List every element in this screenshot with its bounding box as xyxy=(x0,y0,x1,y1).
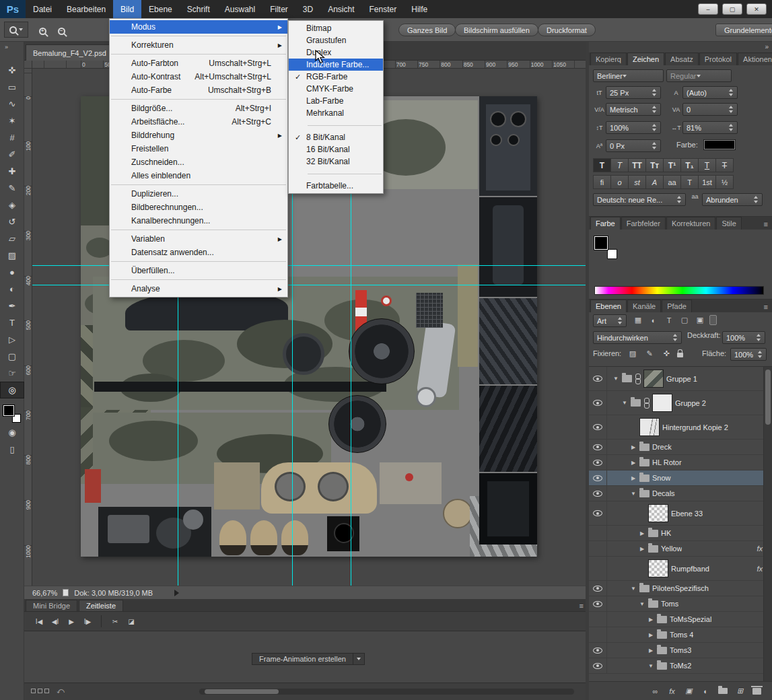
layer-content[interactable]: ▶ Dreck xyxy=(607,440,772,454)
disclosure-arrow-icon[interactable]: ▼ xyxy=(647,663,654,669)
zoom-tool[interactable]: ◎ xyxy=(0,382,24,398)
layer-content[interactable]: Hintergrund Kopie 2 xyxy=(607,415,772,439)
status-flyout-arrow[interactable] xyxy=(174,590,179,596)
layer-thumbnail[interactable] xyxy=(652,394,672,412)
menubar-item[interactable]: Auswahl xyxy=(217,0,262,18)
menu-item[interactable] xyxy=(110,97,287,102)
layer-content[interactable]: ▶ ToMsSpezial xyxy=(607,612,772,627)
layer-name[interactable]: Toms xyxy=(661,600,678,608)
filter-smart-object-icon[interactable]: ▣ xyxy=(694,314,706,326)
layer-content[interactable]: ▼ Gruppe 2 xyxy=(607,391,772,415)
layer-content[interactable]: ▶ Yellow fx xyxy=(607,541,772,556)
layer-content[interactable]: ▼ Gruppe 1 xyxy=(607,367,772,390)
ruler-origin-corner[interactable] xyxy=(24,61,32,69)
menu-item[interactable] xyxy=(289,119,383,131)
layer-content[interactable]: ▼ Toms xyxy=(607,596,772,611)
visibility-toggle[interactable] xyxy=(589,415,607,439)
opentype-button[interactable]: T xyxy=(680,175,699,189)
menu-item[interactable]: Überfüllen... xyxy=(110,264,287,277)
layer-row[interactable]: ▶ Toms3 xyxy=(589,643,772,658)
layer-name[interactable]: HL Rotor xyxy=(652,458,682,466)
active-tool-preview[interactable] xyxy=(4,22,28,38)
disclosure-arrow-icon[interactable]: ▶ xyxy=(647,617,654,623)
spinner-icon[interactable] xyxy=(729,124,734,131)
minimize-button[interactable]: – xyxy=(698,3,718,15)
spinner-icon[interactable] xyxy=(677,196,682,203)
scrollbar-thumb[interactable] xyxy=(205,689,279,694)
panel-tab[interactable]: Zeichen xyxy=(627,53,664,65)
disclosure-arrow-icon[interactable]: ▼ xyxy=(630,491,637,497)
layer-mask-icon[interactable]: ▣ xyxy=(685,687,693,695)
vertical-ruler[interactable]: 01002003004005006007008009001000 xyxy=(24,69,32,586)
quick-selection-tool[interactable]: ✶ xyxy=(0,112,24,129)
kerning-field[interactable]: Metrisch xyxy=(606,103,661,116)
lock-pixels-icon[interactable]: ✎ xyxy=(643,348,656,359)
menu-item[interactable]: ✓ RGB-Farbe xyxy=(289,71,383,83)
menu-item[interactable]: Arbeitsfläche... Alt+Strg+C xyxy=(110,115,287,129)
spinner-icon[interactable] xyxy=(729,89,734,96)
menubar-item[interactable]: Bild xyxy=(113,0,141,18)
vertical-scale-field[interactable]: 100% xyxy=(606,121,661,134)
spinner-icon[interactable] xyxy=(618,317,623,324)
filter-pixel-icon[interactable]: ▦ xyxy=(632,314,644,326)
layer-name[interactable]: Gruppe 2 xyxy=(675,399,706,407)
timeline-zoom-icons[interactable] xyxy=(31,689,49,693)
panel-tab[interactable]: Kopierq xyxy=(590,53,627,65)
menu-item[interactable]: Zuschneiden... xyxy=(110,155,287,169)
menu-item[interactable] xyxy=(110,34,287,38)
menubar-item[interactable]: Schrift xyxy=(180,0,217,18)
timeline-scrollbar[interactable] xyxy=(199,689,574,695)
new-group-icon[interactable] xyxy=(718,688,728,694)
panel-tab[interactable]: Farbfelder xyxy=(621,217,666,230)
layer-row[interactable]: ▶ Yellow fx xyxy=(589,541,772,557)
panel-tab[interactable]: Farbe xyxy=(590,217,621,230)
menubar-item[interactable]: Filter xyxy=(262,0,295,18)
layer-name[interactable]: Decals xyxy=(652,489,675,497)
healing-brush-tool[interactable]: ✚ xyxy=(0,163,24,180)
text-style-button[interactable]: T xyxy=(715,158,734,172)
text-style-button[interactable]: T xyxy=(698,158,716,172)
layer-content[interactable]: ▶ Toms 4 xyxy=(607,627,772,642)
horizontal-scale-field[interactable]: 81% xyxy=(682,121,738,134)
visibility-toggle[interactable] xyxy=(589,541,607,556)
language-select[interactable]: Deutsch: neue Re... xyxy=(593,193,686,206)
menubar-item[interactable]: Hilfe xyxy=(404,0,435,18)
new-layer-icon[interactable]: ⊞ xyxy=(736,687,744,695)
move-tool[interactable]: ✜ xyxy=(0,62,24,79)
disclosure-arrow-icon[interactable]: ▼ xyxy=(612,376,619,382)
layer-content[interactable]: Ebene 33 xyxy=(607,501,772,525)
layer-row[interactable]: Hintergrund Kopie 2 xyxy=(589,415,772,440)
layer-content[interactable]: ▼ Decals xyxy=(607,486,772,501)
visibility-toggle[interactable] xyxy=(589,440,607,454)
panel-tab[interactable]: Korrekturen xyxy=(666,217,715,230)
return-arrow-icon[interactable]: ⤺ xyxy=(57,687,65,695)
filter-type-icon[interactable]: T xyxy=(663,314,675,326)
toolbar-collapse-chevron[interactable]: » xyxy=(0,42,24,53)
visibility-toggle[interactable] xyxy=(589,501,607,525)
menu-item[interactable]: Auto-Kontrast Alt+Umschalt+Strg+L xyxy=(110,70,287,83)
layer-name[interactable]: HK xyxy=(661,529,671,537)
menu-item[interactable]: Alles einblenden xyxy=(110,169,287,182)
layer-thumbnail[interactable] xyxy=(639,418,660,436)
text-style-button[interactable]: T₁ xyxy=(680,158,699,172)
delete-layer-icon[interactable] xyxy=(752,688,761,695)
panel-tab[interactable]: Ebenen xyxy=(590,300,627,312)
visibility-toggle[interactable] xyxy=(589,627,607,642)
lock-position-icon[interactable]: ✜ xyxy=(660,348,672,359)
layer-content[interactable]: ▶ HL Rotor xyxy=(607,455,772,470)
layer-row[interactable]: Rumpfband fx xyxy=(589,557,772,581)
type-tool[interactable]: T xyxy=(0,314,24,331)
layer-name[interactable]: Toms 4 xyxy=(670,631,693,639)
anti-alias-select[interactable]: Abrunden xyxy=(702,193,763,206)
menu-item[interactable]: ✓ 8 Bit/Kanal xyxy=(289,131,383,143)
timeline-tab[interactable]: Mini Bridge xyxy=(26,600,77,611)
lasso-tool[interactable]: ∿ xyxy=(0,96,24,112)
layer-name[interactable]: Hintergrund Kopie 2 xyxy=(662,423,728,431)
color-spectrum-ramp[interactable] xyxy=(594,286,764,295)
text-color-swatch[interactable] xyxy=(703,139,736,150)
layer-row[interactable]: ▶ HL Rotor xyxy=(589,455,772,470)
text-style-button[interactable]: TT xyxy=(628,158,646,172)
menu-item[interactable]: Duplizieren... xyxy=(110,187,287,201)
timeline-tab[interactable]: Zeitleiste xyxy=(79,600,123,611)
menu-item[interactable]: Lab-Farbe xyxy=(289,95,383,107)
